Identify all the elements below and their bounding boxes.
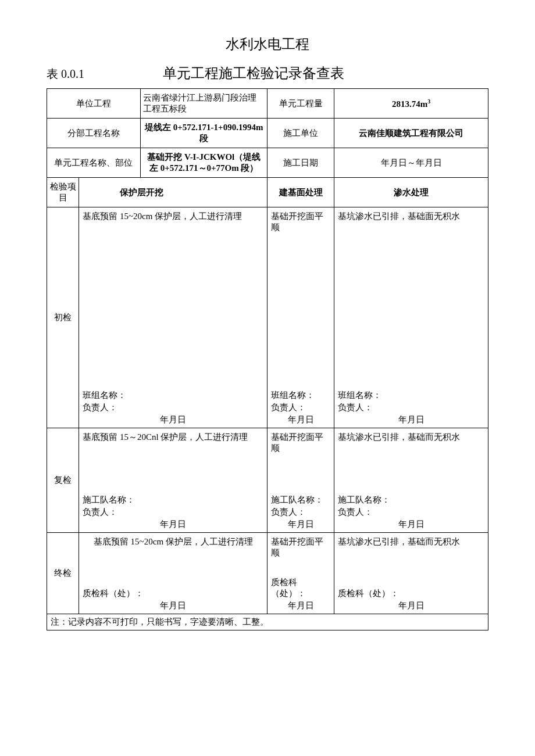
- final-col2: 基础开挖面平顺 质检科（处）： 年月日: [268, 533, 334, 614]
- final-col1: 基底预留 15~20cm 保护层，人工进行清理 质检科（处）： 年月日: [79, 533, 268, 614]
- date-label: 年月日: [338, 519, 484, 530]
- person-label: 负责人：: [83, 402, 263, 413]
- initial-col3-text: 基坑渗水已引排，基础面无积水: [338, 211, 484, 222]
- recheck-col3-sign: 施工队名称： 负责人： 年月日: [338, 493, 484, 530]
- doc-title-2: 单元工程施工检验记录备查表: [163, 64, 344, 83]
- label-constr-date: 施工日期: [268, 148, 334, 178]
- date-label: 年月日: [271, 519, 330, 530]
- value-unit-qty: 2813.74m3: [334, 89, 488, 119]
- initial-col1-text: 基底预留 15~20cm 保护层，人工进行清理: [83, 211, 263, 222]
- person-label: 负责人：: [338, 507, 484, 518]
- row-subdiv: 分部工程名称 堤线左 0+572.171-1+090.1994m 段 施工单位 …: [47, 119, 488, 148]
- final-col3: 基坑渗水已引排，基础而无积水 质检科（处）： 年月日: [334, 533, 488, 614]
- label-unit-name-pos: 单元工程名称、部位: [47, 148, 141, 178]
- recheck-col1: 基底预留 15～20Cnl 保护层，人工进行清理 施工队名称： 负责人： 年月日: [79, 428, 268, 533]
- row-final: 终检 基底预留 15~20cm 保护层，人工进行清理 质检科（处）： 年月日 基…: [47, 533, 488, 614]
- date-label: 年月日: [271, 600, 330, 611]
- crew-name-label: 施工队名称：: [83, 495, 263, 506]
- label-final: 终检: [47, 533, 79, 614]
- date-label: 年月日: [83, 600, 263, 611]
- date-label: 年月日: [83, 519, 263, 530]
- label-insp-item: 检验项目: [47, 178, 79, 207]
- initial-col2: 基础开挖面平顺 班组名称： 负责人： 年月日: [268, 207, 334, 428]
- final-col3-text: 基坑渗水已引排，基础而无积水: [338, 536, 484, 547]
- row-initial: 初检 基底预留 15~20cm 保护层，人工进行清理 班组名称： 负责人： 年月…: [47, 207, 488, 428]
- value-constr-date: 年月日～年月日: [334, 148, 488, 178]
- team-name-label: 班组名称：: [271, 390, 330, 401]
- final-col2-sign: 质检科（处）： 年月日: [271, 576, 330, 611]
- person-label: 负责人：: [338, 402, 484, 413]
- recheck-col3-text: 基坑渗水已引排，基础而无积水: [338, 432, 484, 443]
- table-number: 表 0.0.1: [47, 66, 163, 82]
- main-table: 单位工程 云南省绿汁江上游易门段治理工程五标段 单元工程量 2813.74m3 …: [47, 88, 488, 630]
- person-label: 负责人：: [83, 507, 263, 518]
- row-unit-name: 单元工程名称、部位 基础开挖 V-I-JCKWOl（堤线左 0+572.171～…: [47, 148, 488, 178]
- initial-col2-text: 基础开挖面平顺: [271, 211, 330, 233]
- label-constr-unit: 施工单位: [268, 119, 334, 148]
- final-col2-text: 基础开挖面平顺: [271, 536, 330, 558]
- recheck-col1-text: 基底预留 15～20Cnl 保护层，人工进行清理: [83, 432, 263, 443]
- label-unit-qty: 单元工程量: [268, 89, 334, 119]
- date-label: 年月日: [271, 414, 330, 425]
- value-unit-project: 云南省绿汁江上游易门段治理工程五标段: [140, 89, 268, 119]
- initial-col1-sign: 班组名称： 负责人： 年月日: [83, 389, 263, 425]
- person-label: 负责人：: [271, 402, 330, 413]
- recheck-col2-text: 基础开挖面平顺: [271, 432, 330, 454]
- value-unit-name-pos: 基础开挖 V-I-JCKWOl（堤线左 0+572.171～0+77Om 段）: [140, 148, 268, 178]
- final-col1-text: 基底预留 15~20cm 保护层，人工进行清理: [83, 536, 263, 547]
- label-unit-project: 单位工程: [47, 89, 141, 119]
- col-header-3: 渗水处理: [334, 178, 488, 207]
- date-label: 年月日: [338, 414, 484, 425]
- qc-dept-label: 质检科（处）：: [271, 577, 330, 599]
- final-col1-sign: 质检科（处）： 年月日: [83, 587, 263, 611]
- recheck-col2-sign: 施工队名称： 负责人： 年月日: [271, 493, 330, 530]
- date-label: 年月日: [83, 414, 263, 425]
- row-note: 注：记录内容不可打印，只能书写，字迹要清晰、工整。: [47, 614, 488, 630]
- row-unit-project: 单位工程 云南省绿汁江上游易门段治理工程五标段 单元工程量 2813.74m3: [47, 89, 488, 119]
- recheck-col3: 基坑渗水已引排，基础而无积水 施工队名称： 负责人： 年月日: [334, 428, 488, 533]
- col-header-1: 保护层开挖: [79, 178, 268, 207]
- row-insp-header: 检验项目 保护层开挖 建基面处理 渗水处理: [47, 178, 488, 207]
- label-recheck: 复检: [47, 428, 79, 533]
- title-row: 表 0.0.1 单元工程施工检验记录备查表: [47, 64, 488, 83]
- value-constr-unit: 云南佳顺建筑工程有限公司: [334, 119, 488, 148]
- label-subdiv: 分部工程名称: [47, 119, 141, 148]
- team-name-label: 班组名称：: [338, 390, 484, 401]
- initial-col3-sign: 班组名称： 负责人： 年月日: [338, 389, 484, 425]
- label-initial: 初检: [47, 207, 79, 428]
- initial-col2-sign: 班组名称： 负责人： 年月日: [271, 389, 330, 425]
- col-header-2: 建基面处理: [268, 178, 334, 207]
- person-label: 负责人：: [271, 507, 330, 518]
- final-col3-sign: 质检科（处）： 年月日: [338, 587, 484, 611]
- initial-col3: 基坑渗水已引排，基础面无积水 班组名称： 负责人： 年月日: [334, 207, 488, 428]
- row-recheck: 复检 基底预留 15～20Cnl 保护层，人工进行清理 施工队名称： 负责人： …: [47, 428, 488, 533]
- qc-dept-label: 质检科（处）：: [83, 588, 263, 599]
- crew-name-label: 施工队名称：: [271, 495, 330, 506]
- note-text: 注：记录内容不可打印，只能书写，字迹要清晰、工整。: [47, 614, 488, 630]
- recheck-col1-sign: 施工队名称： 负责人： 年月日: [83, 493, 263, 530]
- initial-col1: 基底预留 15~20cm 保护层，人工进行清理 班组名称： 负责人： 年月日: [79, 207, 268, 428]
- qc-dept-label: 质检科（处）：: [338, 588, 484, 599]
- crew-name-label: 施工队名称：: [338, 495, 484, 506]
- doc-title-1: 水利水电工程: [47, 35, 488, 53]
- date-label: 年月日: [338, 600, 484, 611]
- team-name-label: 班组名称：: [83, 390, 263, 401]
- recheck-col2: 基础开挖面平顺 施工队名称： 负责人： 年月日: [268, 428, 334, 533]
- value-subdiv: 堤线左 0+572.171-1+090.1994m 段: [140, 119, 268, 148]
